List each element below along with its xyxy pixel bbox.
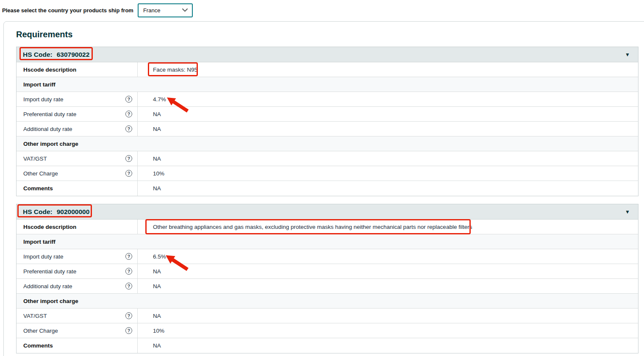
row-value: NA bbox=[153, 111, 161, 117]
row-label: Additional duty rate bbox=[23, 283, 72, 289]
row-label: VAT/GST bbox=[23, 156, 47, 162]
row-value: NA bbox=[153, 126, 161, 132]
table-row-comments: Comments NA bbox=[17, 181, 638, 196]
row-label: Import duty rate bbox=[23, 96, 64, 103]
table-row-comments: Comments NA bbox=[17, 338, 638, 353]
hscode-description-value: Face masks: N95 bbox=[153, 67, 197, 73]
hscode-description-value: Other breathing appliances and gas masks… bbox=[153, 224, 472, 230]
section-title: Other import charge bbox=[23, 298, 78, 304]
help-icon[interactable]: ? bbox=[125, 96, 132, 103]
ship-from-label: Please select the country your products … bbox=[2, 7, 133, 14]
hs-code-value: 902000000 bbox=[57, 208, 90, 216]
country-select-value: France bbox=[143, 7, 160, 14]
help-icon[interactable]: ? bbox=[125, 312, 132, 319]
panel-header-1[interactable]: HS Code: 630790022 ▼ bbox=[17, 47, 638, 62]
row-label: Other Charge bbox=[23, 170, 58, 177]
table-row-additional-duty-rate: Additional duty rate ? NA bbox=[17, 279, 638, 294]
ship-from-bar: Please select the country your products … bbox=[0, 0, 644, 19]
section-row-other-import-charge: Other import charge bbox=[17, 294, 638, 309]
section-title: Import tariff bbox=[23, 239, 56, 245]
collapse-triangle-icon: ▼ bbox=[625, 209, 630, 214]
row-label: Hscode description bbox=[23, 224, 76, 230]
hs-code-value: 630790022 bbox=[57, 51, 90, 58]
section-row-other-import-charge: Other import charge bbox=[17, 136, 638, 151]
row-value: NA bbox=[153, 313, 161, 319]
row-label: Hscode description bbox=[23, 67, 76, 73]
panel-header-2[interactable]: HS Code: 902000000 ▼ bbox=[17, 204, 638, 220]
page-title: Requirements bbox=[16, 29, 638, 39]
row-value: NA bbox=[153, 283, 161, 289]
import-duty-rate-value: 4.7% bbox=[153, 96, 166, 103]
table-row-hscode-description: Hscode description Other breathing appli… bbox=[17, 220, 638, 234]
section-title: Import tariff bbox=[23, 81, 56, 88]
row-value: NA bbox=[153, 268, 161, 275]
table-row-vat-gst: VAT/GST ? NA bbox=[17, 309, 638, 323]
row-value: 10% bbox=[153, 170, 164, 177]
table-row-preferential-duty-rate: Preferential duty rate ? NA bbox=[17, 107, 638, 122]
hs-code-heading: HS Code: 630790022 bbox=[23, 51, 89, 58]
help-icon[interactable]: ? bbox=[125, 155, 132, 162]
help-icon[interactable]: ? bbox=[125, 111, 132, 117]
section-row-import-tariff: Import tariff bbox=[17, 234, 638, 249]
row-label: Preferential duty rate bbox=[23, 111, 76, 117]
row-label: Comments bbox=[23, 342, 53, 349]
row-label: Other Charge bbox=[23, 328, 58, 334]
section-row-import-tariff: Import tariff bbox=[17, 77, 638, 92]
table-row-other-charge: Other Charge ? 10% bbox=[17, 166, 638, 181]
hs-code-label: HS Code: bbox=[23, 51, 53, 58]
section-title: Other import charge bbox=[23, 141, 78, 147]
chevron-down-icon bbox=[182, 8, 188, 12]
help-icon[interactable]: ? bbox=[125, 125, 132, 132]
hs-code-label: HS Code: bbox=[23, 208, 53, 216]
row-label: Preferential duty rate bbox=[23, 268, 76, 275]
row-label: VAT/GST bbox=[23, 313, 47, 319]
help-icon[interactable]: ? bbox=[125, 253, 132, 260]
row-value: 10% bbox=[153, 328, 164, 334]
hs-code-heading: HS Code: 902000000 bbox=[23, 208, 89, 216]
row-value: NA bbox=[153, 342, 161, 349]
table-row-preferential-duty-rate: Preferential duty rate ? NA bbox=[17, 264, 638, 279]
hs-code-panel-1: HS Code: 630790022 ▼ Hscode description … bbox=[16, 47, 638, 196]
row-value: NA bbox=[153, 185, 161, 192]
table-row-other-charge: Other Charge ? 10% bbox=[17, 323, 638, 338]
table-row-import-duty-rate: Import duty rate ? 6.5% bbox=[17, 249, 638, 264]
row-label: Additional duty rate bbox=[23, 126, 72, 132]
help-icon[interactable]: ? bbox=[125, 268, 132, 275]
help-icon[interactable]: ? bbox=[125, 283, 132, 289]
table-row-import-duty-rate: Import duty rate ? 4.7% bbox=[17, 92, 638, 107]
table-row-hscode-description: Hscode description Face masks: N95 bbox=[17, 62, 638, 77]
hs-code-panel-2: HS Code: 902000000 ▼ Hscode description … bbox=[16, 204, 638, 353]
collapse-triangle-icon: ▼ bbox=[625, 52, 630, 57]
table-row-additional-duty-rate: Additional duty rate ? NA bbox=[17, 122, 638, 136]
country-select[interactable]: France bbox=[138, 3, 193, 17]
row-label: Import duty rate bbox=[23, 253, 64, 260]
requirements-card: Requirements HS Code: 630790022 ▼ Hscode… bbox=[3, 21, 644, 356]
import-duty-rate-value: 6.5% bbox=[153, 253, 166, 260]
row-label: Comments bbox=[23, 185, 53, 192]
row-value: NA bbox=[153, 156, 161, 162]
help-icon[interactable]: ? bbox=[125, 327, 132, 334]
help-icon[interactable]: ? bbox=[125, 170, 132, 177]
table-row-vat-gst: VAT/GST ? NA bbox=[17, 151, 638, 166]
